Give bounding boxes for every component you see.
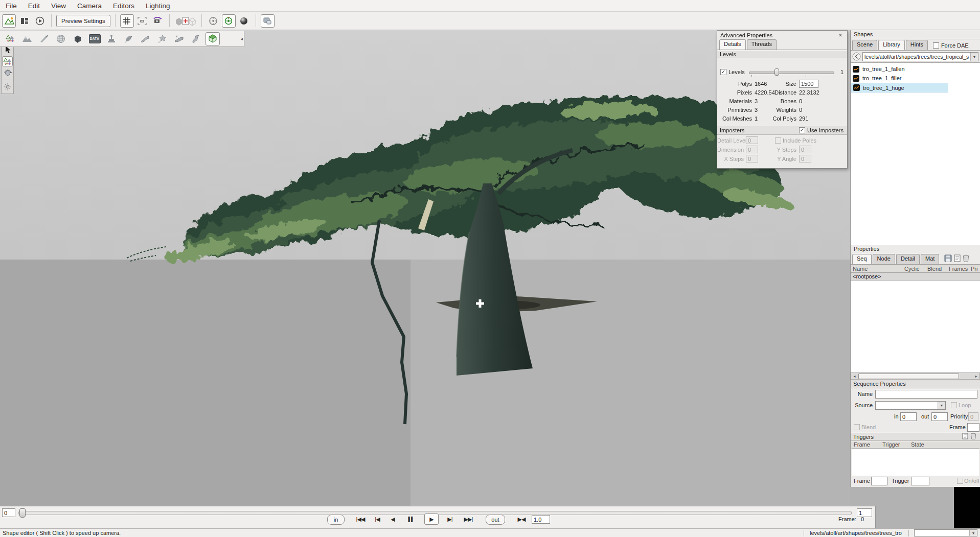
trigger-name-input[interactable] [911,477,929,485]
list-item-selected[interactable]: tro_tree_1_huge [851,83,948,92]
set-out-button[interactable]: out [486,515,505,525]
set-in-button[interactable]: in [327,515,345,525]
add-sequence-button[interactable] [954,254,961,263]
x-steps-input[interactable] [746,155,758,162]
tab-details[interactable]: Details [719,39,746,50]
step-back-button[interactable]: |◀ [372,515,382,524]
library-back-button[interactable] [852,52,861,62]
forest-editor-button[interactable] [121,32,135,45]
triggers-list[interactable] [852,448,979,476]
use-imposters-checkbox[interactable]: ✓ [799,127,805,133]
priority-input[interactable] [968,412,978,421]
decal-editor-button[interactable] [104,32,119,45]
detail-level-input[interactable] [746,136,758,144]
playback-speed-input[interactable] [532,515,550,524]
list-item[interactable]: tro_tree_1_fallen [851,64,980,74]
move-tool-button[interactable] [2,56,13,66]
light-tool-button[interactable] [2,82,13,92]
dimension-input[interactable] [746,146,758,153]
terrain-painter-button[interactable] [37,32,51,45]
terrain-editor-button[interactable] [20,32,34,45]
bounds-toggle-button[interactable] [174,14,197,28]
loop-checkbox[interactable] [951,402,957,408]
tab-library[interactable]: Library [878,40,905,50]
tab-threads[interactable]: Threads [747,39,777,50]
close-icon[interactable]: × [837,32,844,39]
table-row[interactable]: <rootpose> [851,273,980,281]
rotate-tool-button[interactable] [2,68,13,78]
add-trigger-button[interactable] [962,433,968,440]
timeline-slider-handle[interactable] [19,508,26,518]
material-sphere-button[interactable] [237,14,251,28]
mesh-road-editor-button[interactable] [189,32,203,45]
tab-node[interactable]: Node [873,254,895,264]
status-path-field[interactable]: levels/atoll/art/shapes/trees/trees_tro [810,530,905,536]
object-editor-button[interactable] [3,32,17,45]
tab-hints[interactable]: Hints [906,40,928,50]
play-forward-button[interactable]: ▶ [424,513,439,525]
menu-camera[interactable]: Camera [72,0,107,11]
menu-edit[interactable]: Edit [22,0,45,11]
river-editor-button[interactable] [172,32,186,45]
timeline-start-input[interactable] [2,508,15,517]
frame-camera-button[interactable] [135,14,149,28]
road-editor-button[interactable] [138,32,152,45]
orbit-camera-button[interactable] [151,14,165,28]
out-input[interactable] [931,412,948,421]
menu-editors[interactable]: Editors [107,0,140,11]
pause-button[interactable]: ▌▌ [406,515,416,524]
play-button[interactable] [33,14,47,28]
size-input[interactable] [799,80,818,88]
play-backward-button[interactable]: ◀ [388,515,398,524]
list-item[interactable]: tro_tree_1_filler [851,74,980,83]
status-dropdown[interactable]: ▾ [914,529,977,536]
datablock-editor-button[interactable]: DATA [87,32,102,45]
particle-editor-button[interactable] [155,32,169,45]
properties-hscrollbar[interactable]: ◂ ▸ [851,372,980,380]
sketch-tool-button[interactable] [71,32,85,45]
seq-name-input[interactable] [875,390,977,399]
include-poles-checkbox[interactable] [775,137,781,144]
skip-to-end-button[interactable]: ▶▶| [461,515,475,524]
menu-lighting[interactable]: Lighting [140,0,175,11]
scroll-right-icon[interactable]: ▸ [973,373,979,379]
y-steps-input[interactable] [799,146,811,153]
delete-sequence-button[interactable] [963,254,969,263]
preview-settings-button[interactable]: Preview Settings [56,15,110,27]
force-dae-checkbox[interactable] [933,42,939,49]
scroll-thumb[interactable] [858,373,959,379]
delete-trigger-button[interactable] [970,433,976,440]
toolbar-collapse-icon[interactable]: ◂ [240,36,243,41]
pingpong-button[interactable]: ▶◀ [515,515,528,524]
window-layout-button[interactable] [261,14,275,28]
in-input[interactable] [900,412,917,421]
menu-file[interactable]: File [0,0,22,11]
tab-detail[interactable]: Detail [896,254,920,264]
blend-checkbox[interactable] [854,424,860,430]
tab-seq[interactable]: Seq [852,254,872,264]
gimbal-button[interactable] [207,14,220,28]
advanced-properties-titlebar[interactable]: Advanced Properties × [717,31,847,40]
menu-view[interactable]: View [45,0,72,11]
material-editor-button[interactable] [54,32,68,45]
scene-preview-button[interactable] [2,14,16,28]
slider-handle[interactable] [774,68,779,76]
seq-frame-input[interactable] [967,423,979,432]
trigger-frame-input[interactable] [871,477,887,485]
grid-toggle-button[interactable] [120,14,134,28]
shape-editor-button[interactable] [206,32,220,45]
tab-mat[interactable]: Mat [921,254,939,264]
detail-level-slider[interactable] [749,72,834,74]
levels-checkbox[interactable]: ✓ [720,69,726,75]
seq-source-dropdown[interactable]: ▾ [875,401,946,410]
onoff-checkbox[interactable] [957,478,963,484]
gimbal-active-button[interactable] [222,14,236,28]
layout-button[interactable] [17,14,31,28]
skip-to-start-button[interactable]: |◀◀ [354,515,367,524]
y-angle-input[interactable] [799,155,811,162]
step-forward-button[interactable]: ▶| [445,515,455,524]
tab-scene[interactable]: Scene [852,40,877,50]
scroll-left-icon[interactable]: ◂ [851,373,858,379]
save-sequence-button[interactable] [944,254,952,263]
timeline-end-input[interactable] [857,508,872,517]
